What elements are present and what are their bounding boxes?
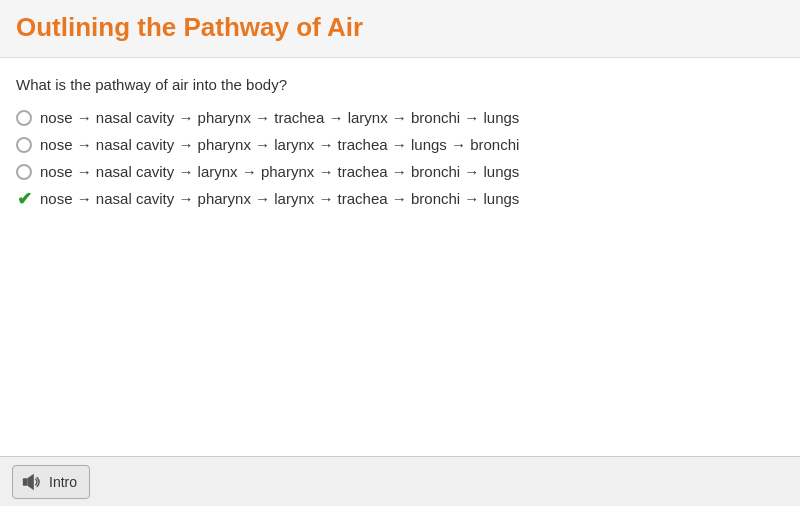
list-item[interactable]: nose → nasal cavity → pharynx → larynx →… — [16, 136, 784, 153]
audio-button-label: Intro — [49, 474, 77, 490]
svg-marker-1 — [27, 473, 33, 490]
option-text: nose → nasal cavity → pharynx → larynx →… — [40, 136, 519, 153]
svg-rect-0 — [23, 478, 28, 485]
main-content: What is the pathway of air into the body… — [0, 58, 800, 223]
speaker-icon — [21, 471, 43, 493]
list-item[interactable]: ✔nose → nasal cavity → pharynx → larynx … — [16, 190, 784, 207]
checkmark-icon: ✔ — [16, 191, 32, 207]
page-title: Outlining the Pathway of Air — [16, 12, 363, 42]
header: Outlining the Pathway of Air — [0, 0, 800, 58]
question-text: What is the pathway of air into the body… — [16, 76, 784, 93]
footer: Intro — [0, 456, 800, 506]
radio-button[interactable] — [16, 110, 32, 126]
list-item[interactable]: nose → nasal cavity → larynx → pharynx →… — [16, 163, 784, 180]
radio-button[interactable] — [16, 137, 32, 153]
radio-button[interactable] — [16, 164, 32, 180]
option-text: nose → nasal cavity → pharynx → larynx →… — [40, 190, 519, 207]
audio-intro-button[interactable]: Intro — [12, 465, 90, 499]
options-list: nose → nasal cavity → pharynx → trachea … — [16, 109, 784, 207]
option-text: nose → nasal cavity → pharynx → trachea … — [40, 109, 519, 126]
option-text: nose → nasal cavity → larynx → pharynx →… — [40, 163, 519, 180]
list-item[interactable]: nose → nasal cavity → pharynx → trachea … — [16, 109, 784, 126]
